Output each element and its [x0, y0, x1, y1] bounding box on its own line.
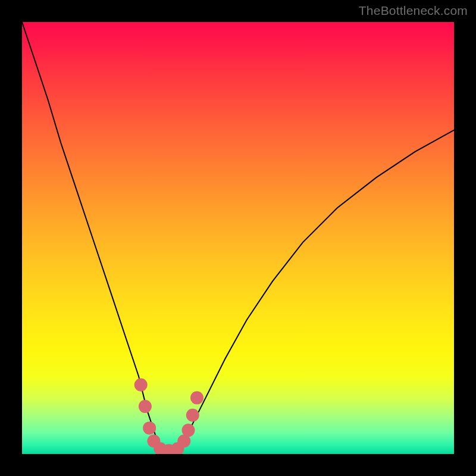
watermark-text: TheBottleneck.com — [359, 4, 468, 18]
plot-area — [22, 22, 454, 454]
marker-point — [190, 392, 203, 405]
marker-point — [134, 378, 148, 392]
marker-point — [139, 400, 152, 413]
marker-point — [186, 409, 199, 422]
bottleneck-curve — [22, 22, 454, 452]
marker-group — [134, 378, 203, 454]
marker-point — [182, 424, 195, 437]
chart-frame: TheBottleneck.com — [0, 0, 476, 476]
marker-point — [143, 421, 156, 434]
chart-svg — [22, 22, 454, 454]
